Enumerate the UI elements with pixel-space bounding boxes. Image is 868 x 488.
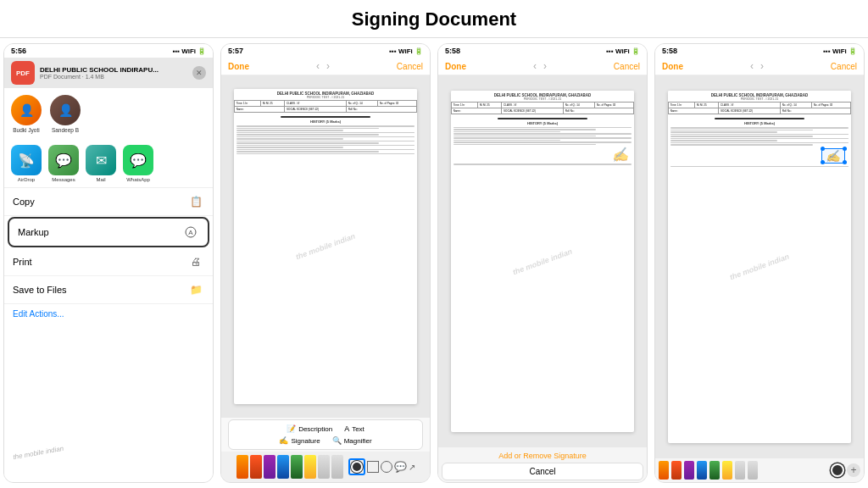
handle-bl[interactable] — [821, 160, 825, 164]
tool-8[interactable] — [331, 455, 343, 479]
title-text: Signing Document — [352, 8, 516, 30]
doc-table-3: Time: 1 hrM. M. 25CLASS - VINo. of Q.: 1… — [451, 102, 634, 114]
copy-label: Copy — [13, 197, 181, 207]
text-label: Text — [352, 425, 364, 433]
doc-header-3: DELHI PUBLIC SCHOOL INDIRAPURAM, GHAZIAB… — [451, 91, 634, 102]
doc-header-2: DELHI PUBLIC SCHOOL INDIRAPURAM, GHAZIAB… — [234, 89, 417, 100]
shape-circle[interactable] — [381, 461, 392, 473]
markup-action[interactable]: Markup A — [8, 217, 209, 247]
cancel-button-4[interactable]: Cancel — [831, 62, 857, 71]
tool-3[interactable] — [264, 455, 275, 479]
nav-arrow-left-3[interactable]: ‹ — [533, 60, 537, 72]
tool-4[interactable] — [277, 455, 289, 479]
markup-toolbar-2: 💬 ↗ — [221, 452, 430, 482]
selection-box[interactable] — [821, 148, 845, 164]
print-action[interactable]: Print 🖨 — [4, 248, 213, 276]
doc-content-3: HISTORY (5 Marks) ✍ — [451, 114, 634, 168]
cancel-button-2[interactable]: Cancel — [397, 62, 423, 71]
tool-5[interactable] — [291, 455, 303, 479]
copy-action[interactable]: Copy 📋 — [4, 188, 213, 216]
person-2[interactable]: 👤 Sandeep B — [50, 95, 81, 133]
svg-text:A: A — [188, 229, 193, 236]
add-remove-signature-text[interactable]: Add or Remove Signature — [442, 449, 643, 463]
phone-3: 5:58 ▪▪▪ WiFi 🔋 Done ‹ › Cancel DELHI PU… — [437, 43, 648, 483]
doc-content-2: HISTORY (5 Marks) — [234, 113, 417, 157]
status-time-2: 5:57 — [228, 47, 243, 55]
nav-center-3: ‹ › — [533, 60, 547, 72]
person-name-budki: Budki Jyoti — [13, 127, 39, 133]
pdf-icon: PDF — [11, 61, 35, 85]
done-button-4[interactable]: Done — [662, 62, 683, 71]
doc-preview-4: DELHI PUBLIC SCHOOL INDIRAPURAM, GHAZIAB… — [655, 75, 864, 458]
done-button-3[interactable]: Done — [445, 62, 466, 71]
handle-br[interactable] — [843, 160, 847, 164]
markup-options: 📝 Description A Text — [231, 423, 420, 435]
shape-square[interactable] — [367, 461, 379, 473]
close-button[interactable]: ✕ — [192, 66, 206, 80]
nav-center-2: ‹ › — [316, 60, 330, 72]
text-icon: A — [344, 424, 349, 433]
doc-paper-3: DELHI PUBLIC SCHOOL INDIRAPURAM, GHAZIAB… — [451, 91, 634, 433]
done-button-2[interactable]: Done — [228, 62, 249, 71]
messages-icon: 💬 — [48, 145, 79, 175]
nav-arrow-right-4[interactable]: › — [760, 60, 764, 72]
p4-tool-1[interactable] — [659, 461, 669, 480]
nav-arrow-left-4[interactable]: ‹ — [750, 60, 754, 72]
whatsapp-icon: 💬 — [123, 145, 153, 175]
nav-arrow-right-3[interactable]: › — [543, 60, 547, 72]
share-header-info: DELHI PUBLIC SCHOOL INDIRAPU... PDF Docu… — [40, 66, 187, 80]
p4-tool-3[interactable] — [684, 461, 694, 480]
p4-tool-8[interactable] — [748, 461, 758, 480]
whatsapp-app[interactable]: 💬 WhatsApp — [123, 145, 153, 182]
markup-popup: 📝 Description A Text ✍ Signature 🔍 — [228, 419, 423, 450]
description-option[interactable]: 📝 Description — [282, 423, 337, 435]
magnifier-option[interactable]: 🔍 Magnifier — [328, 435, 376, 446]
person-1[interactable]: 👤 Budki Jyoti — [11, 95, 42, 133]
signature-label: Signature — [291, 437, 320, 445]
nav-arrow-left-2[interactable]: ‹ — [316, 60, 320, 72]
p4-tool-6[interactable] — [722, 461, 732, 480]
p4-tool-7[interactable] — [735, 461, 745, 480]
airdrop-label: AirDrop — [18, 177, 35, 182]
cancel-button-phone3[interactable]: Cancel — [442, 463, 643, 480]
markup-icon: A — [182, 224, 199, 241]
save-files-action[interactable]: Save to Files 📁 — [4, 276, 213, 304]
page-title: Signing Document — [0, 0, 868, 38]
nav-arrow-right-2[interactable]: › — [326, 60, 330, 72]
tool-1[interactable] — [236, 455, 248, 479]
p4-tool-2[interactable] — [671, 461, 682, 480]
doc-paper-4: DELHI PUBLIC SCHOOL INDIRAPURAM, GHAZIAB… — [668, 91, 851, 443]
p4-add-button[interactable]: + — [847, 463, 860, 477]
p4-tool-4[interactable] — [697, 461, 707, 480]
print-icon: 🖨 — [187, 253, 204, 270]
tool-2[interactable] — [250, 455, 262, 479]
tool-6[interactable] — [304, 455, 316, 479]
magnifier-label: Magnifier — [344, 437, 372, 445]
doc-nav-2: Done ‹ › Cancel — [221, 58, 430, 75]
messages-app[interactable]: 💬 Messages — [48, 145, 79, 182]
handle-tr[interactable] — [843, 147, 847, 151]
airdrop-app[interactable]: 📡 AirDrop — [11, 145, 42, 182]
status-time-1: 5:56 — [11, 47, 26, 55]
shape-arrow[interactable]: ↗ — [409, 463, 415, 472]
status-icons-1: ▪▪▪ WiFi 🔋 — [173, 47, 206, 55]
cancel-button-3[interactable]: Cancel — [614, 62, 640, 71]
color-swatch[interactable] — [351, 461, 363, 473]
phone-4: 5:58 ▪▪▪ WiFi 🔋 Done ‹ › Cancel DELHI PU… — [654, 43, 865, 483]
phone3-bottom: Add or Remove Signature Cancel — [438, 447, 647, 482]
tool-7[interactable] — [318, 455, 330, 479]
apps-row: 📡 AirDrop 💬 Messages ✉ Mail 💬 WhatsApp — [4, 140, 213, 188]
status-time-3: 5:58 — [445, 47, 460, 55]
p4-tool-5[interactable] — [709, 461, 720, 480]
handle-tl[interactable] — [821, 147, 825, 151]
doc-preview-2: DELHI PUBLIC SCHOOL INDIRAPURAM, GHAZIAB… — [221, 75, 430, 418]
shape-chat[interactable]: 💬 — [394, 461, 407, 473]
phone4-toolbar: + — [655, 458, 864, 482]
mail-app[interactable]: ✉ Mail — [86, 145, 116, 182]
text-option[interactable]: A Text — [340, 423, 369, 435]
markup-options-2: ✍ Signature 🔍 Magnifier — [231, 435, 420, 446]
print-label: Print — [13, 257, 181, 267]
edit-actions[interactable]: Edit Actions... — [4, 304, 213, 324]
p4-color-swatch[interactable] — [831, 463, 844, 477]
signature-option[interactable]: ✍ Signature — [275, 435, 324, 446]
